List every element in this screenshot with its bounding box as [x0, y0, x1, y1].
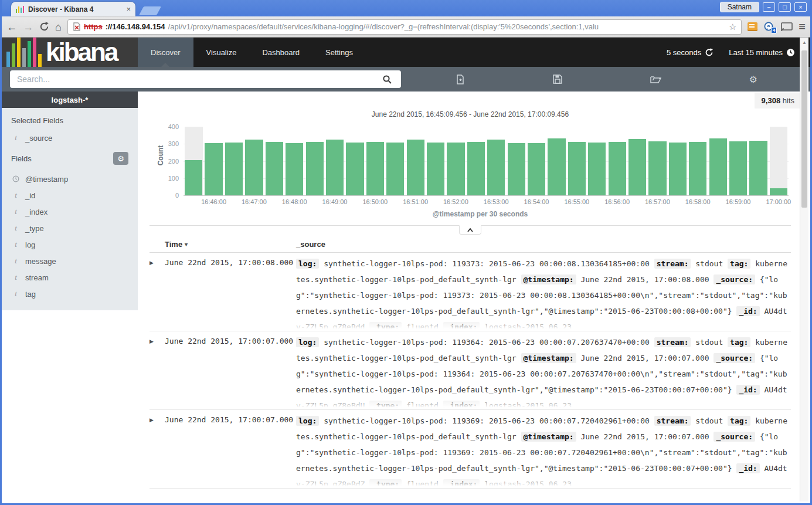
chart-bar[interactable] — [628, 139, 646, 195]
field-item-source[interactable]: t_source — [11, 130, 128, 146]
chart-bar[interactable] — [749, 141, 767, 195]
field-item-log[interactable]: tlog — [11, 236, 128, 253]
row-expand-icon[interactable]: ▶ — [150, 337, 165, 344]
minimize-button[interactable]: − — [763, 2, 775, 12]
field-chip: _source: — [714, 432, 755, 442]
chart-bar-slot — [304, 127, 324, 195]
chart-bar[interactable] — [346, 143, 363, 195]
field-value: stdout — [695, 338, 723, 347]
back-button[interactable]: ← — [6, 21, 17, 33]
page-scrollbar[interactable]: ▲ — [800, 38, 808, 501]
open-search-icon[interactable] — [643, 75, 668, 84]
field-item-message[interactable]: tmessage — [11, 253, 128, 269]
chart-bar[interactable] — [266, 142, 283, 195]
nav-tab-discover[interactable]: Discover — [138, 38, 193, 67]
scrollbar-up-arrow[interactable]: ▲ — [800, 38, 808, 45]
field-label: _id — [25, 191, 35, 200]
kibana-logo[interactable]: kibana — [2, 38, 138, 67]
timepicker-control[interactable]: Last 15 minutes — [729, 48, 795, 57]
field-chip: _source: — [714, 353, 755, 363]
field-item-id[interactable]: t_id — [11, 187, 128, 204]
chart-bar[interactable] — [205, 143, 222, 195]
chart-bar[interactable] — [245, 140, 263, 195]
chart-bar[interactable] — [366, 142, 384, 195]
collapse-chart-button[interactable] — [459, 225, 481, 235]
field-label: @timestamp — [25, 175, 68, 184]
nav-tab-settings[interactable]: Settings — [312, 38, 366, 67]
chart-bar-slot — [567, 127, 587, 195]
chart-bar[interactable] — [306, 142, 324, 195]
chart-bar[interactable] — [770, 188, 787, 195]
address-bar[interactable]: https ://146.148.94.154 /api/v1/proxy/na… — [67, 19, 742, 35]
histogram-chart: Count 4003002001000 16:46:0016:47:0016:4… — [172, 127, 789, 218]
chart-bar[interactable] — [225, 143, 243, 195]
reload-button[interactable] — [39, 22, 49, 32]
column-header-source[interactable]: _source — [296, 240, 791, 249]
chart-bar[interactable] — [729, 141, 747, 195]
home-button[interactable]: ⌂ — [55, 21, 62, 33]
forward-button[interactable]: → — [23, 21, 33, 33]
cast-icon[interactable] — [781, 22, 793, 32]
save-search-icon[interactable] — [545, 74, 570, 84]
partial-bucket-backdrop — [770, 127, 788, 195]
chart-bar[interactable] — [669, 143, 687, 195]
column-header-time[interactable]: Time▾ — [165, 240, 296, 249]
maximize-button[interactable]: □ — [779, 2, 791, 12]
search-submit-button[interactable] — [374, 70, 401, 88]
chart-bar[interactable] — [286, 143, 303, 195]
refresh-interval-control[interactable]: 5 seconds — [667, 48, 714, 57]
chart-bar[interactable] — [548, 138, 565, 195]
scrollbar-thumb[interactable] — [801, 50, 807, 208]
chart-bar[interactable] — [326, 140, 344, 195]
chart-bar[interactable] — [588, 143, 606, 195]
chart-bar[interactable] — [467, 142, 485, 195]
field-value: fluentd — [406, 401, 439, 409]
chart-bar[interactable] — [427, 143, 444, 195]
field-value: fluentd — [406, 480, 439, 488]
close-button[interactable]: × — [794, 2, 807, 12]
chart-bar[interactable] — [648, 141, 666, 195]
url-host: ://146.148.94.154 — [106, 22, 165, 31]
chart-bar[interactable] — [528, 143, 545, 195]
chart-bar[interactable] — [508, 143, 525, 196]
field-item-index[interactable]: t_index — [11, 204, 128, 220]
row-expand-icon[interactable]: ▶ — [150, 415, 165, 423]
x-tick-label: 16:55:00 — [564, 198, 589, 205]
hits-counter: 9,308 hits — [755, 93, 801, 109]
chart-bar[interactable] — [709, 138, 727, 195]
chart-bar[interactable] — [447, 143, 464, 195]
field-item-tag[interactable]: ttag — [11, 286, 128, 302]
browser-menu-icon[interactable]: ≡ — [799, 20, 806, 33]
field-item-stream[interactable]: tstream — [11, 269, 128, 286]
new-search-icon[interactable] — [447, 74, 473, 84]
chart-bar[interactable] — [386, 143, 404, 195]
nav-tab-visualize[interactable]: Visualize — [193, 38, 250, 67]
chart-bar[interactable] — [487, 140, 505, 195]
chart-bar[interactable] — [689, 142, 706, 195]
text-field-icon: t — [12, 133, 19, 143]
chart-bar-slot — [627, 127, 647, 195]
chart-bar[interactable] — [185, 160, 202, 195]
window-user-badge[interactable]: Satnam — [720, 2, 759, 12]
discover-main: 9,308 hits June 22nd 2015, 16:45:09.456 … — [138, 91, 801, 503]
field-chip: tag: — [728, 416, 750, 426]
hangouts-icon[interactable]: 4 — [763, 22, 775, 32]
chart-bar[interactable] — [407, 140, 424, 195]
field-label: stream — [25, 273, 49, 282]
field-settings-gear-icon[interactable]: ⚙ — [113, 152, 128, 165]
chart-bar[interactable] — [568, 142, 586, 195]
nav-tab-dashboard[interactable]: Dashboard — [249, 38, 312, 67]
field-value: stdout — [695, 416, 723, 425]
search-input[interactable] — [10, 74, 374, 84]
bookmark-star-icon[interactable]: ☆ — [729, 22, 736, 32]
browser-tab[interactable]: Discover - Kibana 4 × — [11, 2, 135, 16]
index-pattern-header[interactable]: logstash-* — [2, 91, 138, 108]
tab-close-icon[interactable]: × — [126, 5, 131, 13]
new-tab-button[interactable] — [139, 6, 161, 15]
field-item-type[interactable]: t_type — [11, 220, 128, 236]
row-expand-icon[interactable]: ▶ — [150, 258, 165, 266]
field-item-timestamp[interactable]: @timestamp — [11, 171, 128, 187]
settings-gear-icon[interactable]: ⚙ — [740, 74, 766, 85]
extension-icon[interactable] — [748, 22, 757, 31]
chart-bar[interactable] — [609, 142, 626, 195]
